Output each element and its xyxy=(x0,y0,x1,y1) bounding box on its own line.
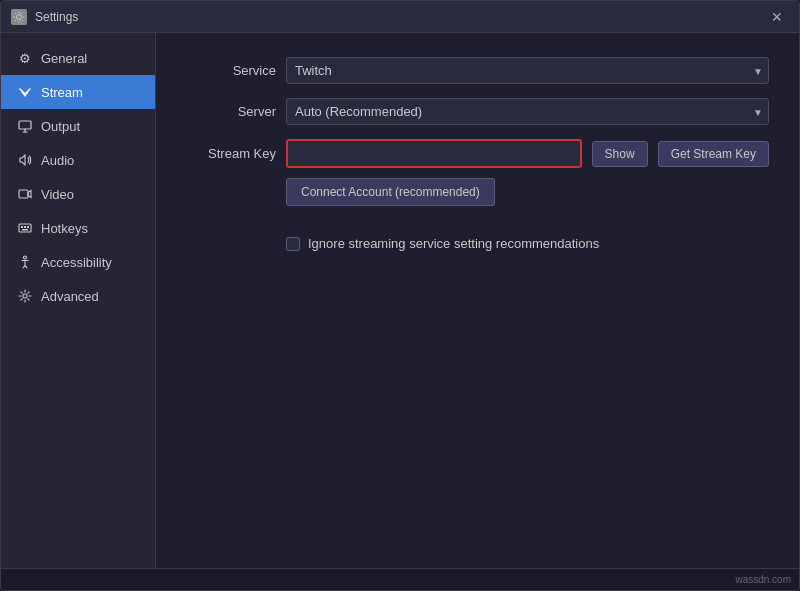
general-icon: ⚙ xyxy=(17,50,33,66)
svg-rect-4 xyxy=(21,226,23,228)
sidebar-label-hotkeys: Hotkeys xyxy=(41,221,88,236)
close-button[interactable]: ✕ xyxy=(765,7,789,27)
accessibility-icon xyxy=(17,254,33,270)
svg-point-9 xyxy=(23,294,27,298)
sidebar-item-advanced[interactable]: Advanced xyxy=(1,279,155,313)
stream-key-row: Stream Key Show Get Stream Key xyxy=(186,139,769,168)
sidebar-label-advanced: Advanced xyxy=(41,289,99,304)
svg-rect-1 xyxy=(19,121,31,129)
output-icon xyxy=(17,118,33,134)
svg-point-0 xyxy=(17,14,22,19)
titlebar-left: Settings xyxy=(11,9,78,25)
sidebar-item-general[interactable]: ⚙ General xyxy=(1,41,155,75)
server-label: Server xyxy=(186,104,276,119)
window-title: Settings xyxy=(35,10,78,24)
server-row: Server Auto (Recommended) US East US Wes… xyxy=(186,98,769,125)
hotkeys-icon xyxy=(17,220,33,236)
show-button[interactable]: Show xyxy=(592,141,648,167)
sidebar-item-stream[interactable]: Stream xyxy=(1,75,155,109)
settings-window: Settings ✕ ⚙ General Stream xyxy=(0,0,800,591)
sidebar-item-output[interactable]: Output xyxy=(1,109,155,143)
statusbar-text: wassdn.com xyxy=(735,574,791,585)
ignore-checkbox-label: Ignore streaming service setting recomme… xyxy=(308,236,599,251)
sidebar-item-hotkeys[interactable]: Hotkeys xyxy=(1,211,155,245)
service-select-wrap: Twitch YouTube Facebook Live Custom RTMP… xyxy=(286,57,769,84)
sidebar-label-stream: Stream xyxy=(41,85,83,100)
stream-icon xyxy=(17,84,33,100)
settings-window-icon xyxy=(11,9,27,25)
connect-account-row: Connect Account (recommended) xyxy=(186,178,769,206)
sidebar-label-audio: Audio xyxy=(41,153,74,168)
sidebar-item-audio[interactable]: Audio xyxy=(1,143,155,177)
server-select[interactable]: Auto (Recommended) US East US West EU We… xyxy=(286,98,769,125)
statusbar: wassdn.com xyxy=(1,568,799,590)
server-select-wrap: Auto (Recommended) US East US West EU We… xyxy=(286,98,769,125)
svg-point-8 xyxy=(24,256,27,259)
get-stream-key-button[interactable]: Get Stream Key xyxy=(658,141,769,167)
connect-account-button[interactable]: Connect Account (recommended) xyxy=(286,178,495,206)
titlebar: Settings ✕ xyxy=(1,1,799,33)
service-label: Service xyxy=(186,63,276,78)
content-area: ⚙ General Stream xyxy=(1,33,799,568)
audio-icon xyxy=(17,152,33,168)
ignore-checkbox[interactable] xyxy=(286,237,300,251)
main-content: Service Twitch YouTube Facebook Live Cus… xyxy=(156,33,799,568)
svg-rect-6 xyxy=(27,226,29,228)
stream-key-input[interactable] xyxy=(286,139,582,168)
svg-rect-7 xyxy=(22,229,28,231)
sidebar-item-accessibility[interactable]: Accessibility xyxy=(1,245,155,279)
stream-key-input-wrap xyxy=(286,139,582,168)
svg-rect-5 xyxy=(24,226,26,228)
sidebar: ⚙ General Stream xyxy=(1,33,156,568)
sidebar-item-video[interactable]: Video xyxy=(1,177,155,211)
stream-key-label: Stream Key xyxy=(186,146,276,161)
sidebar-label-output: Output xyxy=(41,119,80,134)
sidebar-label-video: Video xyxy=(41,187,74,202)
video-icon xyxy=(17,186,33,202)
sidebar-label-accessibility: Accessibility xyxy=(41,255,112,270)
advanced-icon xyxy=(17,288,33,304)
sidebar-label-general: General xyxy=(41,51,87,66)
ignore-checkbox-row: Ignore streaming service setting recomme… xyxy=(186,236,769,251)
service-select[interactable]: Twitch YouTube Facebook Live Custom RTMP xyxy=(286,57,769,84)
service-row: Service Twitch YouTube Facebook Live Cus… xyxy=(186,57,769,84)
svg-rect-2 xyxy=(19,190,28,198)
